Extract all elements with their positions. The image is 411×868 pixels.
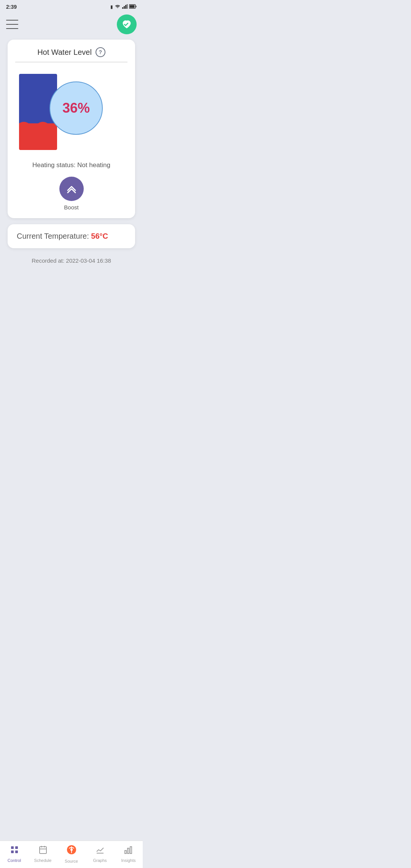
status-time: 2:39 bbox=[6, 4, 17, 10]
recorded-at: Recorded at: 2022-03-04 16:38 bbox=[8, 254, 135, 267]
top-nav bbox=[0, 14, 143, 35]
temperature-card: Current Temperature: 56°C bbox=[8, 224, 135, 248]
svg-rect-1 bbox=[124, 6, 125, 9]
card-title-row: Hot Water Level ? bbox=[15, 47, 127, 62]
svg-rect-0 bbox=[122, 7, 123, 9]
wifi-icon bbox=[115, 4, 121, 10]
battery-icon bbox=[129, 4, 137, 10]
temperature-value: 56°C bbox=[91, 232, 108, 240]
boost-label: Boost bbox=[64, 204, 78, 211]
status-bar: 2:39 ▮ bbox=[0, 0, 143, 14]
svg-rect-6 bbox=[130, 5, 135, 8]
water-visualization: 36% bbox=[15, 70, 127, 154]
hot-water-card: Hot Water Level ? bbox=[8, 40, 135, 218]
temperature-label: Current Temperature: 56°C bbox=[17, 232, 108, 240]
app-logo bbox=[117, 14, 137, 34]
main-content: Hot Water Level ? bbox=[0, 35, 143, 321]
menu-button[interactable] bbox=[6, 20, 18, 29]
status-icons: ▮ bbox=[110, 4, 137, 10]
svg-rect-5 bbox=[136, 6, 137, 7]
heating-status: Heating status: Not heating bbox=[15, 161, 127, 169]
svg-rect-2 bbox=[125, 5, 126, 9]
tank-hot-section bbox=[19, 123, 57, 150]
help-button[interactable]: ? bbox=[96, 47, 105, 57]
boost-container: Boost bbox=[15, 177, 127, 211]
boost-button[interactable] bbox=[59, 177, 84, 201]
signal-icon bbox=[122, 4, 127, 10]
percentage-circle: 36% bbox=[49, 81, 103, 135]
notification-icon: ▮ bbox=[110, 4, 113, 10]
svg-rect-3 bbox=[127, 4, 127, 9]
percentage-value: 36% bbox=[62, 100, 90, 116]
card-title: Hot Water Level bbox=[37, 48, 92, 57]
